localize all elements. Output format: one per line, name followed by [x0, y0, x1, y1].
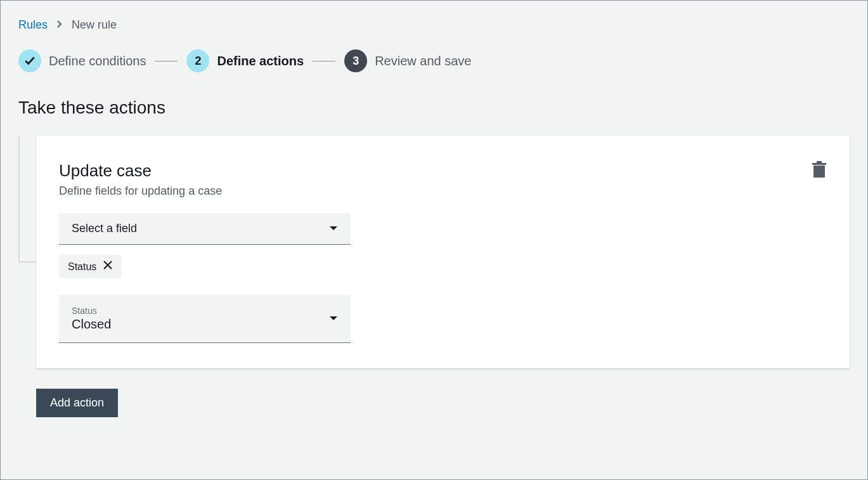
page-title: Take these actions	[18, 98, 850, 118]
svg-rect-2	[817, 161, 822, 163]
action-area: Update case Define fields for updating a…	[18, 136, 850, 368]
add-action-button[interactable]: Add action	[36, 389, 118, 417]
status-field-value: Closed	[72, 317, 111, 332]
breadcrumb-current: New rule	[72, 18, 117, 32]
card-title: Update case	[59, 161, 222, 181]
select-field-dropdown[interactable]: Select a field	[59, 213, 351, 245]
stepper: Define conditions 2 Define actions 3 Rev…	[18, 49, 850, 72]
step-label: Define actions	[217, 54, 304, 68]
step-review-save[interactable]: 3 Review and save	[344, 49, 471, 72]
step-connector	[313, 61, 335, 62]
connector-line	[18, 136, 36, 263]
svg-rect-1	[812, 163, 826, 165]
step-connector	[155, 61, 178, 62]
caret-down-icon	[329, 315, 338, 323]
step-define-conditions[interactable]: Define conditions	[18, 49, 146, 72]
check-icon	[24, 55, 36, 67]
trash-icon[interactable]	[812, 161, 827, 181]
card-subtitle: Define fields for updating a case	[59, 185, 222, 198]
step-define-actions[interactable]: 2 Define actions	[186, 49, 304, 72]
caret-down-icon	[329, 224, 338, 233]
chevron-right-icon	[56, 20, 63, 30]
breadcrumb: Rules New rule	[18, 18, 850, 32]
step-circle-current: 2	[186, 49, 209, 72]
status-field-label: Status	[72, 306, 111, 316]
tag-label: Status	[68, 261, 96, 273]
breadcrumb-rules-link[interactable]: Rules	[18, 18, 48, 32]
select-field-placeholder: Select a field	[72, 222, 137, 235]
step-circle-future: 3	[344, 49, 367, 72]
step-label: Review and save	[375, 54, 471, 68]
close-icon[interactable]	[103, 260, 113, 273]
tag-status: Status	[59, 255, 122, 278]
status-dropdown[interactable]: Status Closed	[59, 295, 351, 343]
action-card-update-case: Update case Define fields for updating a…	[36, 136, 850, 368]
svg-rect-0	[813, 165, 825, 178]
step-label: Define conditions	[49, 54, 146, 68]
step-circle-done	[18, 49, 41, 72]
